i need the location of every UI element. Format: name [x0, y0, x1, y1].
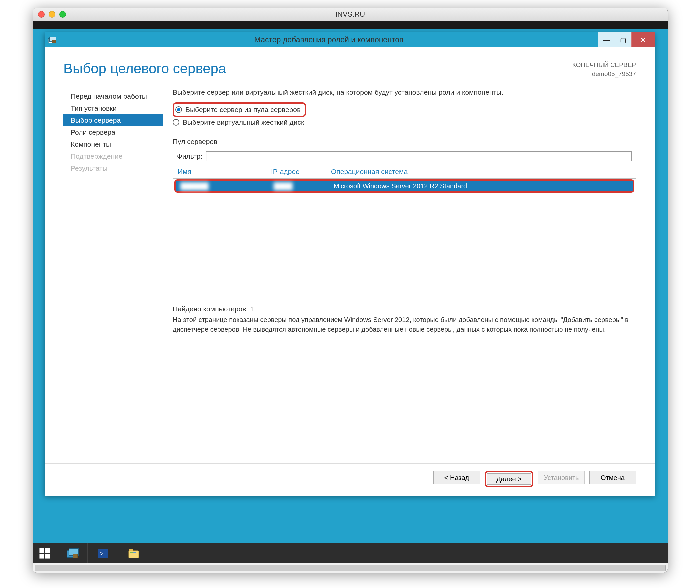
svg-rect-3 [39, 548, 44, 553]
nav-features[interactable]: Компоненты [63, 138, 163, 150]
table-row[interactable]: ██████ ████ Microsoft Windows Server 201… [176, 181, 633, 191]
col-name[interactable]: Имя [178, 168, 271, 176]
dest-server-name: demo05_79537 [572, 70, 636, 79]
nav-confirm: Подтверждение [63, 150, 163, 162]
row-ip: ████ [274, 182, 334, 190]
svg-rect-15 [133, 552, 136, 553]
nav-results: Результаты [63, 162, 163, 174]
close-button[interactable]: ✕ [631, 32, 655, 47]
next-button[interactable]: Далее > [487, 473, 531, 485]
svg-rect-13 [129, 549, 133, 551]
cancel-button[interactable]: Отмена [589, 471, 636, 484]
radio-icon [173, 119, 179, 126]
pool-heading: Пул серверов [173, 138, 636, 146]
mac-titlebar: INVS.RU [33, 8, 668, 21]
wizard-window: Мастер добавления ролей и компонентов — … [45, 32, 655, 496]
svg-rect-5 [39, 554, 44, 558]
row-highlight: ██████ ████ Microsoft Windows Server 201… [174, 179, 634, 193]
instruction-text: Выберите сервер или виртуальный жесткий … [173, 88, 636, 96]
col-ip[interactable]: IP-адрес [271, 168, 331, 176]
wizard-nav: Перед началом работы Тип установки Выбор… [63, 88, 163, 463]
taskbar-explorer-icon[interactable] [118, 543, 149, 563]
server-pool-box: Фильтр: Имя IP-адрес Операционная систем… [173, 148, 636, 302]
horizontal-scrollbar[interactable] [33, 563, 668, 573]
nav-server-roles[interactable]: Роли сервера [63, 126, 163, 138]
scrollbar-thumb[interactable] [35, 565, 666, 571]
maximize-button[interactable]: ▢ [615, 32, 631, 47]
col-os[interactable]: Операционная система [331, 168, 631, 176]
dest-server-label: КОНЕЧНЫЙ СЕРВЕР [572, 61, 636, 70]
radio-vhd-label: Выберите виртуальный жесткий диск [183, 118, 304, 126]
start-button[interactable] [33, 543, 57, 563]
taskbar-server-manager-icon[interactable] [57, 543, 87, 563]
filter-input[interactable] [206, 151, 632, 161]
mac-window-title: INVS.RU [33, 10, 668, 19]
wizard-titlebar[interactable]: Мастер добавления ролей и компонентов — … [45, 32, 655, 47]
radio-pool-label: Выберите сервер из пула серверов [185, 106, 301, 114]
svg-text:>_: >_ [100, 550, 107, 557]
table-header: Имя IP-адрес Операционная система [173, 165, 636, 179]
svg-rect-14 [130, 552, 133, 553]
remote-desktop: Мастер добавления ролей и компонентов — … [33, 29, 668, 563]
radio-icon [175, 106, 182, 113]
row-name: ██████ [180, 182, 274, 190]
nav-install-type[interactable]: Тип установки [63, 102, 163, 114]
next-highlight: Далее > [485, 471, 533, 487]
filter-label: Фильтр: [177, 152, 202, 160]
explanation-text: На этой странице показаны серверы под уп… [173, 315, 636, 338]
svg-rect-2 [52, 40, 56, 43]
nav-before-begin[interactable]: Перед началом работы [63, 90, 163, 102]
wizard-title: Мастер добавления ролей и компонентов [60, 35, 598, 44]
back-button[interactable]: < Назад [433, 471, 480, 484]
install-button: Установить [538, 471, 585, 484]
black-bar [33, 21, 668, 29]
svg-rect-6 [45, 554, 50, 558]
taskbar-powershell-icon[interactable]: >_ [87, 543, 118, 563]
row-os: Microsoft Windows Server 2012 R2 Standar… [334, 182, 628, 190]
page-heading: Выбор целевого сервера [63, 61, 226, 77]
radio-pool-highlight: Выберите сервер из пула серверов [173, 102, 306, 117]
taskbar: >_ [33, 543, 668, 563]
minimize-button[interactable]: — [598, 32, 615, 47]
radio-vhd[interactable]: Выберите виртуальный жесткий диск [173, 117, 636, 128]
svg-rect-9 [73, 554, 78, 558]
nav-server-select[interactable]: Выбор сервера [63, 114, 163, 126]
outer-window: INVS.RU Мастер добавления ролей и компон… [33, 8, 668, 573]
radio-pool[interactable]: Выберите сервер из пула серверов [175, 104, 301, 115]
svg-rect-12 [129, 551, 139, 558]
server-manager-icon [45, 32, 60, 47]
svg-rect-4 [45, 548, 50, 553]
found-computers: Найдено компьютеров: 1 [173, 302, 636, 315]
wizard-footer: < Назад Далее > Установить Отмена [45, 463, 655, 496]
